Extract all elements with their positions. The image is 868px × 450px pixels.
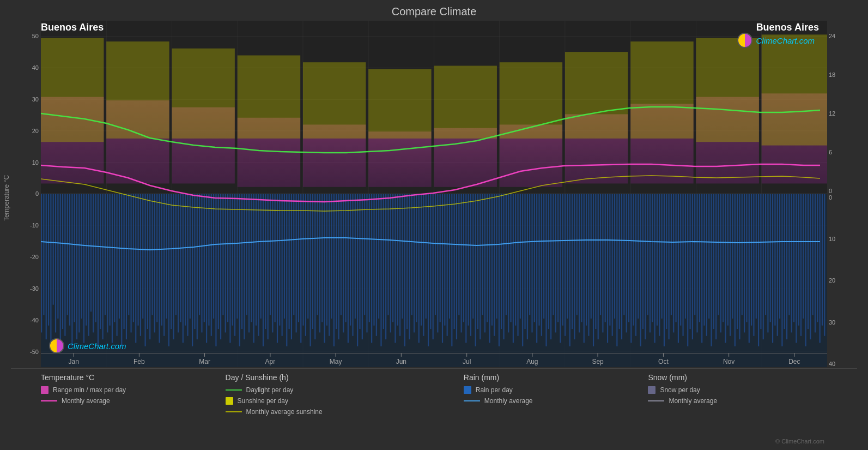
svg-rect-352 [810,194,811,340]
right-tick-10: 10 [829,236,857,242]
svg-rect-168 [376,194,377,336]
svg-rect-237 [538,194,539,326]
svg-rect-225 [510,194,511,322]
svg-rect-135 [298,194,299,322]
left-tick-0: 0 [35,190,39,197]
svg-rect-50 [98,194,99,346]
svg-rect-345 [793,194,794,322]
svg-rect-358 [824,194,825,336]
svg-rect-142 [314,194,315,340]
svg-rect-212 [479,194,481,340]
svg-rect-233 [529,194,530,315]
svg-rect-340 [781,194,782,346]
legend-rain-avg-swatch [464,400,480,401]
svg-rect-80 [168,194,169,346]
svg-rect-113 [246,194,247,315]
svg-rect-65 [133,194,134,322]
svg-rect-133 [293,194,294,315]
left-axis: Temperature °C 50 40 30 20 10 0 -10 -20 … [11,21,41,367]
svg-rect-264 [602,194,603,333]
svg-rect-302 [692,194,693,340]
svg-rect-101 [218,194,219,329]
svg-rect-49 [95,194,96,322]
svg-rect-268 [612,194,613,336]
month-nov: Nov [723,358,735,365]
svg-rect-271 [619,194,620,329]
svg-rect-27 [43,194,44,315]
svg-rect-231 [524,194,525,329]
legend-daylight-swatch [226,389,242,391]
legend-sunshine-title: Day / Sunshine (h) [226,373,458,382]
svg-rect-260 [593,194,594,346]
svg-rect-89 [190,194,191,319]
svg-rect-323 [742,194,743,315]
svg-rect-210 [475,194,476,346]
svg-rect-252 [574,194,575,340]
svg-rect-283 [647,194,648,315]
svg-rect-96 [206,194,207,343]
svg-rect-224 [508,194,509,333]
svg-rect-353 [812,194,814,315]
svg-rect-193 [435,194,436,315]
svg-rect-36 [64,194,65,336]
logo-text-top: ClimeChart.com [756,36,815,45]
svg-rect-315 [723,194,724,322]
svg-rect-84 [178,194,179,333]
svg-rect-232 [527,194,528,340]
svg-rect-74 [154,194,155,333]
svg-rect-324 [744,194,745,333]
svg-rect-265 [605,194,606,322]
svg-rect-250 [569,194,570,346]
right-tick-6: 6 [829,149,857,155]
svg-rect-293 [671,194,672,315]
svg-rect-197 [444,194,445,326]
right-tick-0rain: 0 [829,194,857,201]
svg-rect-39 [71,194,72,346]
svg-rect-179 [402,194,403,319]
svg-rect-300 [687,194,688,346]
right-tick-12: 12 [829,110,857,117]
svg-rect-104 [225,194,226,333]
left-tick-40: 40 [32,64,39,71]
legend-rain-per-day-item: Rain per day [464,386,643,394]
svg-rect-309 [708,194,709,319]
svg-rect-177 [397,194,398,326]
svg-rect-272 [621,194,622,340]
svg-rect-73 [151,194,153,315]
svg-rect-341 [784,194,785,329]
svg-rect-103 [222,194,223,315]
svg-rect-93 [199,194,200,315]
svg-rect-263 [600,194,601,315]
svg-rect-261 [595,194,596,329]
legend-snow: Snow (mm) Snow per day Monthly average ©… [648,373,827,440]
left-tick-n20: -20 [30,254,39,260]
svg-rect-332 [763,194,764,340]
svg-rect-126 [277,194,278,343]
svg-rect-292 [669,194,670,340]
svg-rect-61 [124,194,125,329]
logo-icon-top [737,33,752,48]
svg-rect-251 [572,194,573,329]
svg-rect-187 [421,194,422,326]
svg-rect-337 [774,194,775,326]
svg-rect-289 [661,194,663,319]
svg-rect-71 [147,194,148,329]
legend-rain-title: Rain (mm) [464,373,643,382]
svg-rect-98 [211,194,212,336]
svg-rect-286 [654,194,655,343]
svg-rect-125 [275,194,276,322]
svg-rect-109 [236,194,238,319]
svg-rect-145 [321,194,323,322]
svg-rect-138 [305,194,306,336]
svg-rect-88 [187,194,188,336]
svg-rect-276 [630,194,632,343]
svg-rect-60 [121,194,122,346]
svg-rect-240 [545,194,547,346]
svg-rect-270 [616,194,617,346]
svg-rect-216 [489,194,490,343]
svg-rect-180 [404,194,405,346]
left-tick-n30: -30 [30,285,39,292]
legend-sunshine-avg-swatch [226,411,242,412]
svg-rect-274 [626,194,627,333]
month-may: May [330,358,342,365]
